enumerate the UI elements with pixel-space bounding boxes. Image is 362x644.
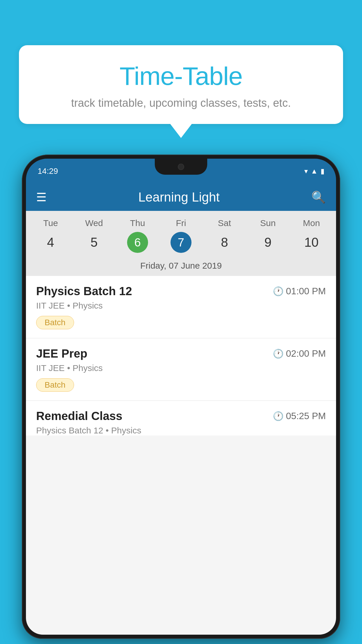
class-item-header: Physics Batch 12 🕐 01:00 PM <box>36 285 326 298</box>
day-header-wed: Wed <box>72 217 116 230</box>
app-header: ☰ Learning Light 🔍 <box>26 183 336 211</box>
class-name: Remedial Class <box>36 410 122 423</box>
phone-notch <box>155 159 207 175</box>
day-6-today[interactable]: 6 <box>127 232 148 253</box>
batch-badge: Batch <box>36 378 74 392</box>
class-time: 🕐 05:25 PM <box>273 411 326 421</box>
class-name: JEE Prep <box>36 347 87 360</box>
day-10[interactable]: 10 <box>290 234 333 251</box>
day-7-selected[interactable]: 7 <box>171 232 191 253</box>
day-numbers: 4 5 6 7 8 9 10 <box>26 230 336 257</box>
hamburger-icon[interactable]: ☰ <box>36 191 47 203</box>
class-item-physics-batch[interactable]: Physics Batch 12 🕐 01:00 PM IIT JEE • Ph… <box>26 276 336 338</box>
status-time: 14:29 <box>38 167 58 176</box>
day-9[interactable]: 9 <box>246 234 290 251</box>
search-icon[interactable]: 🔍 <box>311 190 326 204</box>
class-time: 🕐 01:00 PM <box>273 286 326 297</box>
day-header-tue: Tue <box>29 217 72 230</box>
clock-icon: 🕐 <box>273 349 284 359</box>
class-item-header: JEE Prep 🕐 02:00 PM <box>36 347 326 360</box>
class-item-jee-prep[interactable]: JEE Prep 🕐 02:00 PM IIT JEE • Physics Ba… <box>26 338 336 401</box>
day-header-fri: Fri <box>159 217 203 230</box>
day-header-mon: Mon <box>290 217 333 230</box>
phone-mockup: 14:29 ▾ ▲ ▮ ☰ Learning Light 🔍 Tue <box>22 155 340 644</box>
clock-icon: 🕐 <box>273 286 284 296</box>
class-meta: Physics Batch 12 • Physics <box>36 426 326 435</box>
day-headers: Tue Wed Thu Fri Sat Sun Mon <box>26 217 336 230</box>
class-name: Physics Batch 12 <box>36 285 132 298</box>
speech-bubble-card: Time-Table track timetable, upcoming cla… <box>19 45 343 124</box>
phone-body: 14:29 ▾ ▲ ▮ ☰ Learning Light 🔍 Tue <box>22 155 340 639</box>
clock-icon: 🕐 <box>273 411 284 421</box>
day-5[interactable]: 5 <box>72 234 116 251</box>
speech-bubble-section: Time-Table track timetable, upcoming cla… <box>19 45 343 124</box>
class-meta: IIT JEE • Physics <box>36 301 326 311</box>
class-time: 🕐 02:00 PM <box>273 348 326 359</box>
camera <box>178 164 184 170</box>
class-meta: IIT JEE • Physics <box>36 363 326 373</box>
signal-icon: ▲ <box>311 167 318 175</box>
class-list: Physics Batch 12 🕐 01:00 PM IIT JEE • Ph… <box>26 276 336 435</box>
wifi-icon: ▾ <box>304 167 308 175</box>
day-8[interactable]: 8 <box>203 234 246 251</box>
day-header-sun: Sun <box>246 217 290 230</box>
status-icons: ▾ ▲ ▮ <box>304 167 324 175</box>
day-header-thu: Thu <box>116 217 159 230</box>
battery-icon: ▮ <box>321 167 324 175</box>
status-bar: 14:29 ▾ ▲ ▮ <box>26 159 336 183</box>
calendar-strip: Tue Wed Thu Fri Sat Sun Mon 4 5 6 7 8 9 … <box>26 211 336 276</box>
selected-date-label: Friday, 07 June 2019 <box>26 257 336 276</box>
speech-bubble-subtitle: track timetable, upcoming classes, tests… <box>36 97 326 109</box>
class-item-header: Remedial Class 🕐 05:25 PM <box>36 410 326 423</box>
app-title: Learning Light <box>138 190 220 204</box>
phone-screen: ☰ Learning Light 🔍 Tue Wed Thu Fri Sat S… <box>26 183 336 635</box>
day-4[interactable]: 4 <box>29 234 72 251</box>
class-item-remedial[interactable]: Remedial Class 🕐 05:25 PM Physics Batch … <box>26 401 336 435</box>
speech-bubble-title: Time-Table <box>36 61 326 91</box>
batch-badge: Batch <box>36 316 74 329</box>
day-header-sat: Sat <box>203 217 246 230</box>
